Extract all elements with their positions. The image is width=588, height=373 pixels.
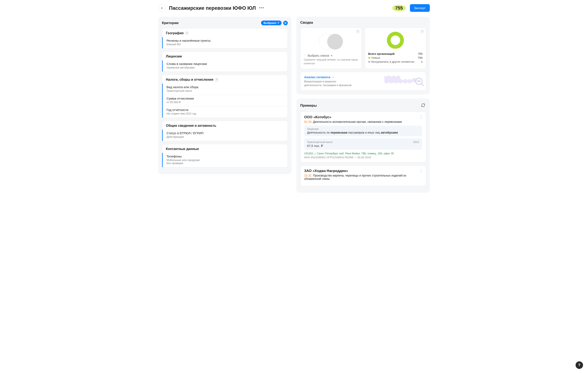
back-button[interactable] — [158, 4, 166, 12]
example-name: ЗАО «Ходжа Насреддин» — [304, 169, 422, 173]
summary-title: Сводка — [300, 21, 313, 25]
help-icon[interactable]: ? — [356, 30, 359, 33]
arrow-left-icon — [160, 6, 164, 10]
analysis-link-label: Анализ сегмента — [304, 75, 330, 79]
activity-code: 52.29. — [304, 120, 312, 123]
criterion-value: Действующее — [167, 135, 284, 138]
criteria-panel: Критерии Выбрано: 7 География?Регионы и … — [158, 17, 292, 174]
license-subcard: Лицензия Деятельность по перевозкам пасс… — [304, 126, 422, 136]
analysis-card[interactable]: Анализ сегмента → Визуализация в разреза… — [300, 72, 426, 91]
criterion-label: Телефоны — [167, 155, 284, 158]
svg-marker-13 — [407, 79, 412, 84]
criteria-title: Критерии — [162, 21, 178, 25]
criterion-label: Вид налога или сбора — [167, 85, 284, 89]
criterion-item[interactable]: Статус в ЕГРЮЛ / ЕГРИПДействующее — [162, 130, 288, 141]
donut-row-label: Выгружались в других сегментах — [372, 60, 414, 63]
select-list-dropdown[interactable]: ♡ Выбрать список — [304, 54, 358, 57]
legend-dot-icon — [368, 57, 370, 58]
criteria-group-card: Общие сведения и активностьСтатус в ЕГРЮ… — [162, 121, 288, 141]
activity-text: Деятельность вспомогательная прочая, свя… — [313, 120, 402, 123]
donut-chart — [386, 31, 405, 49]
criterion-value: Транспортный налог — [167, 89, 284, 92]
criterion-label: Статус в ЕГРЮЛ / ЕГРИП — [167, 131, 284, 135]
selected-count-chip[interactable]: Выбрано: 7 — [261, 21, 282, 25]
criteria-group-card: Контактные данныеТелефоныМобильные или г… — [162, 144, 288, 167]
criterion-label: Слова в названии лицензии — [167, 62, 284, 65]
svg-line-16 — [421, 84, 424, 86]
help-icon[interactable]: ? — [215, 78, 218, 81]
example-more-button[interactable]: ⋮ — [419, 169, 423, 173]
example-name: ООО «Котобус» — [304, 115, 422, 119]
compare-description: Сравните текущий сегмент со списком свои… — [304, 58, 358, 65]
criterion-value: Мобильные или городские Без проверки — [167, 159, 284, 165]
svg-marker-12 — [403, 79, 407, 84]
svg-rect-17 — [418, 80, 418, 82]
analysis-link[interactable]: Анализ сегмента → — [304, 75, 335, 79]
donut-card: ? Всего организаций 755 Новые — [365, 28, 426, 69]
criterion-item[interactable]: Слова в названии лицензииперевозка автоб… — [162, 60, 288, 72]
donut-row-value: 1 — [421, 60, 422, 63]
activity-text: Производство кирпича, черепицы и прочих … — [304, 174, 406, 181]
select-list-label: Выбрать список — [308, 54, 329, 57]
criterion-value: Не старее чем 2022 год — [167, 112, 284, 115]
count-badge: 755 — [391, 5, 407, 12]
more-button[interactable]: ••• — [259, 6, 264, 10]
criterion-item[interactable]: ТелефоныМобильные или городские Без пров… — [162, 153, 288, 167]
heart-icon: ♡ — [304, 54, 306, 57]
donut-row-label: Новые — [372, 56, 380, 59]
export-button[interactable]: Экспорт — [410, 4, 430, 12]
license-label: Лицензия — [307, 128, 419, 130]
tax-label: Транспортный налог — [307, 140, 333, 144]
example-card[interactable]: ⋮ ЗАО «Ходжа Насреддин» 23.32. Производс… — [300, 165, 426, 186]
tax-amount: 67,5 тыс. ₽ — [307, 144, 419, 148]
legend-dot-icon — [368, 61, 370, 63]
svg-rect-18 — [419, 79, 419, 82]
criterion-value: перевозка автобусами — [167, 66, 284, 69]
examples-panel: Примеры ⋮ ООО «Котобус» 52.29. Деятельно… — [296, 98, 430, 193]
example-more-button[interactable]: ⋮ — [419, 115, 423, 119]
example-address: 191002, г. Санкт-Петербург, наб. Реки Мо… — [304, 152, 422, 155]
arrow-right-icon: → — [332, 75, 335, 79]
license-text: Деятельность по перевозкам пассажиров и … — [307, 131, 419, 134]
donut-total-label: Всего организаций — [368, 52, 395, 55]
venn-diagram-icon — [316, 32, 346, 51]
refresh-button[interactable] — [420, 102, 426, 109]
criterion-label: Регионы и населённые пункты — [167, 39, 284, 42]
refresh-icon — [421, 103, 425, 107]
close-icon — [284, 22, 286, 24]
page-title: Пассажирские перевозки ЮФО ЮЛ — [169, 5, 256, 11]
criteria-group-title: Лицензии — [162, 52, 288, 60]
activity-code: 23.32. — [304, 174, 312, 177]
criterion-label: Год отчётности — [167, 108, 284, 112]
criterion-item[interactable]: Регионы и населённые пунктыЮжный ФО — [162, 37, 288, 48]
help-icon[interactable]: ? — [420, 30, 424, 33]
criteria-group-card: ЛицензииСлова в названии лицензииперевоз… — [162, 52, 288, 72]
criteria-group-card: География?Регионы и населённые пунктыЮжн… — [162, 28, 288, 49]
svg-point-2 — [389, 34, 402, 47]
donut-row-value: 754 — [418, 56, 422, 59]
svg-point-1 — [327, 34, 343, 50]
svg-rect-19 — [420, 81, 420, 82]
donut-total-value: 755 — [418, 52, 422, 55]
criteria-group-title: Налоги, сборы и отчисления? — [162, 75, 288, 84]
clear-criteria-button[interactable] — [283, 21, 288, 25]
tax-subcard: Транспортный налог 2022 67,5 тыс. ₽ — [304, 138, 422, 150]
criteria-group-title: Контактные данные — [162, 144, 288, 153]
criterion-value: Южный ФО — [167, 43, 284, 46]
example-meta: ИНН 5524288402 ОГРН1536541760358 — 30.04… — [304, 156, 422, 159]
map-decoration-icon — [384, 72, 426, 90]
example-card[interactable]: ⋮ ООО «Котобус» 52.29. Деятельность вспо… — [300, 112, 426, 162]
criterion-label: Сумма отчисления — [167, 97, 284, 100]
compare-card: ? ♡ Выбрать список Сравните текущий сегм… — [300, 28, 362, 69]
examples-title: Примеры — [300, 104, 317, 108]
criterion-item[interactable]: Вид налога или сбораТранспортный налог — [162, 84, 288, 95]
help-icon[interactable]: ? — [185, 32, 189, 35]
tax-year: 2022 — [413, 140, 419, 144]
summary-panel: Сводка ? ♡ Выбрать список — [296, 17, 430, 94]
criteria-group-card: Налоги, сборы и отчисления?Вид налога ил… — [162, 75, 288, 118]
criteria-group-title: География? — [162, 28, 288, 37]
criterion-item[interactable]: Год отчётностиНе старее чем 2022 год — [162, 106, 288, 118]
criterion-item[interactable]: Сумма отчисленияот 50 000 ₽ — [162, 95, 288, 106]
criteria-group-title: Общие сведения и активность — [162, 121, 288, 130]
criterion-value: от 50 000 ₽ — [167, 101, 284, 104]
